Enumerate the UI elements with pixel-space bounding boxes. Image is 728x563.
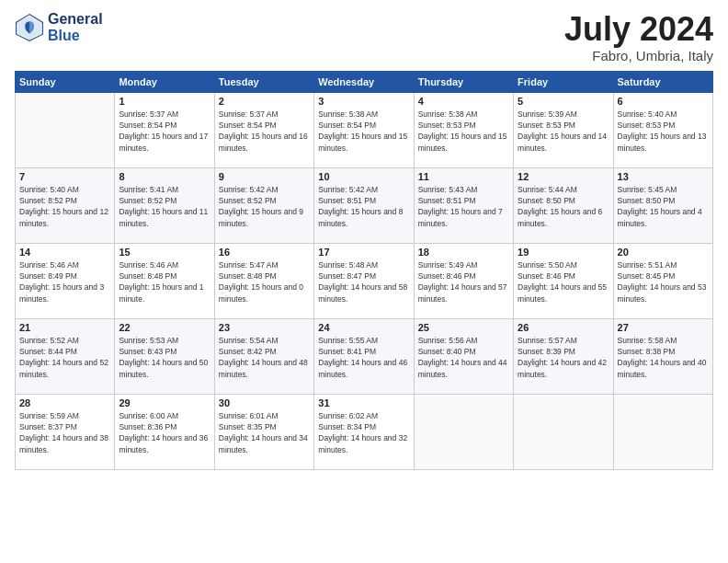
day-info: Sunrise: 5:57 AMSunset: 8:39 PMDaylight:… bbox=[518, 335, 609, 380]
day-cell: 26Sunrise: 5:57 AMSunset: 8:39 PMDayligh… bbox=[514, 318, 613, 394]
day-info: Sunrise: 5:38 AMSunset: 8:53 PMDaylight:… bbox=[418, 109, 509, 154]
day-info: Sunrise: 6:01 AMSunset: 8:35 PMDaylight:… bbox=[219, 410, 310, 455]
day-number: 13 bbox=[618, 171, 709, 182]
day-info: Sunrise: 5:59 AMSunset: 8:37 PMDaylight:… bbox=[19, 410, 110, 455]
col-sunday: Sunday bbox=[16, 71, 115, 92]
title-block: July 2024 Fabro, Umbria, Italy bbox=[564, 11, 713, 63]
day-number: 2 bbox=[219, 96, 310, 107]
col-monday: Monday bbox=[115, 71, 214, 92]
location: Fabro, Umbria, Italy bbox=[564, 48, 713, 63]
day-number: 3 bbox=[318, 96, 409, 107]
day-info: Sunrise: 5:42 AMSunset: 8:52 PMDaylight:… bbox=[219, 184, 310, 229]
day-cell: 21Sunrise: 5:52 AMSunset: 8:44 PMDayligh… bbox=[16, 318, 115, 394]
day-cell bbox=[16, 92, 115, 167]
day-number: 21 bbox=[19, 322, 110, 333]
day-info: Sunrise: 5:46 AMSunset: 8:49 PMDaylight:… bbox=[19, 259, 110, 304]
day-info: Sunrise: 5:46 AMSunset: 8:48 PMDaylight:… bbox=[119, 259, 210, 304]
day-number: 16 bbox=[219, 247, 310, 258]
day-info: Sunrise: 5:51 AMSunset: 8:45 PMDaylight:… bbox=[618, 259, 709, 304]
calendar-table: Sunday Monday Tuesday Wednesday Thursday… bbox=[15, 71, 713, 470]
day-number: 8 bbox=[119, 171, 210, 182]
day-number: 12 bbox=[518, 171, 609, 182]
logo-text: General Blue bbox=[48, 11, 103, 45]
day-cell: 6Sunrise: 5:40 AMSunset: 8:53 PMDaylight… bbox=[613, 92, 712, 167]
day-cell: 12Sunrise: 5:44 AMSunset: 8:50 PMDayligh… bbox=[514, 167, 613, 243]
day-info: Sunrise: 5:53 AMSunset: 8:43 PMDaylight:… bbox=[119, 335, 210, 380]
col-thursday: Thursday bbox=[414, 71, 513, 92]
day-number: 7 bbox=[19, 171, 110, 182]
day-info: Sunrise: 6:00 AMSunset: 8:36 PMDaylight:… bbox=[119, 410, 210, 455]
day-cell: 30Sunrise: 6:01 AMSunset: 8:35 PMDayligh… bbox=[214, 394, 313, 469]
day-info: Sunrise: 5:45 AMSunset: 8:50 PMDaylight:… bbox=[618, 184, 709, 229]
day-number: 22 bbox=[119, 322, 210, 333]
day-cell: 15Sunrise: 5:46 AMSunset: 8:48 PMDayligh… bbox=[115, 243, 214, 318]
day-cell bbox=[414, 394, 513, 469]
day-cell: 31Sunrise: 6:02 AMSunset: 8:34 PMDayligh… bbox=[314, 394, 414, 469]
day-cell: 28Sunrise: 5:59 AMSunset: 8:37 PMDayligh… bbox=[16, 394, 115, 469]
day-cell: 14Sunrise: 5:46 AMSunset: 8:49 PMDayligh… bbox=[16, 243, 115, 318]
day-info: Sunrise: 5:47 AMSunset: 8:48 PMDaylight:… bbox=[219, 259, 310, 304]
day-cell: 8Sunrise: 5:41 AMSunset: 8:52 PMDaylight… bbox=[115, 167, 214, 243]
day-number: 6 bbox=[618, 96, 709, 107]
day-cell: 9Sunrise: 5:42 AMSunset: 8:52 PMDaylight… bbox=[214, 167, 313, 243]
day-cell: 5Sunrise: 5:39 AMSunset: 8:53 PMDaylight… bbox=[514, 92, 613, 167]
col-tuesday: Tuesday bbox=[214, 71, 313, 92]
day-info: Sunrise: 5:38 AMSunset: 8:54 PMDaylight:… bbox=[318, 109, 409, 154]
day-cell: 4Sunrise: 5:38 AMSunset: 8:53 PMDaylight… bbox=[414, 92, 513, 167]
day-number: 24 bbox=[318, 322, 409, 333]
day-cell: 27Sunrise: 5:58 AMSunset: 8:38 PMDayligh… bbox=[613, 318, 712, 394]
day-cell: 2Sunrise: 5:37 AMSunset: 8:54 PMDaylight… bbox=[214, 92, 313, 167]
header-row: Sunday Monday Tuesday Wednesday Thursday… bbox=[16, 71, 713, 92]
day-number: 15 bbox=[119, 247, 210, 258]
day-info: Sunrise: 5:37 AMSunset: 8:54 PMDaylight:… bbox=[219, 109, 310, 154]
day-number: 30 bbox=[219, 397, 310, 408]
day-number: 18 bbox=[418, 247, 509, 258]
day-cell: 18Sunrise: 5:49 AMSunset: 8:46 PMDayligh… bbox=[414, 243, 513, 318]
day-cell: 17Sunrise: 5:48 AMSunset: 8:47 PMDayligh… bbox=[314, 243, 414, 318]
week-row-2: 7Sunrise: 5:40 AMSunset: 8:52 PMDaylight… bbox=[16, 167, 713, 243]
week-row-4: 21Sunrise: 5:52 AMSunset: 8:44 PMDayligh… bbox=[16, 318, 713, 394]
day-cell: 16Sunrise: 5:47 AMSunset: 8:48 PMDayligh… bbox=[214, 243, 313, 318]
day-number: 31 bbox=[318, 397, 409, 408]
day-cell: 25Sunrise: 5:56 AMSunset: 8:40 PMDayligh… bbox=[414, 318, 513, 394]
day-cell: 22Sunrise: 5:53 AMSunset: 8:43 PMDayligh… bbox=[115, 318, 214, 394]
day-info: Sunrise: 6:02 AMSunset: 8:34 PMDaylight:… bbox=[318, 410, 409, 455]
week-row-1: 1Sunrise: 5:37 AMSunset: 8:54 PMDaylight… bbox=[16, 92, 713, 167]
day-cell: 20Sunrise: 5:51 AMSunset: 8:45 PMDayligh… bbox=[613, 243, 712, 318]
day-number: 27 bbox=[618, 322, 709, 333]
day-cell: 10Sunrise: 5:42 AMSunset: 8:51 PMDayligh… bbox=[314, 167, 414, 243]
day-number: 23 bbox=[219, 322, 310, 333]
day-info: Sunrise: 5:48 AMSunset: 8:47 PMDaylight:… bbox=[318, 259, 409, 304]
day-number: 28 bbox=[19, 397, 110, 408]
day-info: Sunrise: 5:40 AMSunset: 8:52 PMDaylight:… bbox=[19, 184, 110, 229]
day-cell: 3Sunrise: 5:38 AMSunset: 8:54 PMDaylight… bbox=[314, 92, 414, 167]
col-friday: Friday bbox=[514, 71, 613, 92]
day-cell: 24Sunrise: 5:55 AMSunset: 8:41 PMDayligh… bbox=[314, 318, 414, 394]
day-info: Sunrise: 5:42 AMSunset: 8:51 PMDaylight:… bbox=[318, 184, 409, 229]
day-number: 1 bbox=[119, 96, 210, 107]
day-cell: 19Sunrise: 5:50 AMSunset: 8:46 PMDayligh… bbox=[514, 243, 613, 318]
day-number: 17 bbox=[318, 247, 409, 258]
day-info: Sunrise: 5:41 AMSunset: 8:52 PMDaylight:… bbox=[119, 184, 210, 229]
day-cell: 7Sunrise: 5:40 AMSunset: 8:52 PMDaylight… bbox=[16, 167, 115, 243]
day-info: Sunrise: 5:39 AMSunset: 8:53 PMDaylight:… bbox=[518, 109, 609, 154]
day-number: 29 bbox=[119, 397, 210, 408]
logo-icon bbox=[15, 13, 44, 42]
day-cell: 13Sunrise: 5:45 AMSunset: 8:50 PMDayligh… bbox=[613, 167, 712, 243]
header: General Blue July 2024 Fabro, Umbria, It… bbox=[15, 11, 713, 63]
day-cell: 1Sunrise: 5:37 AMSunset: 8:54 PMDaylight… bbox=[115, 92, 214, 167]
day-cell: 11Sunrise: 5:43 AMSunset: 8:51 PMDayligh… bbox=[414, 167, 513, 243]
day-number: 10 bbox=[318, 171, 409, 182]
col-saturday: Saturday bbox=[613, 71, 712, 92]
month-title: July 2024 bbox=[564, 11, 713, 48]
col-wednesday: Wednesday bbox=[314, 71, 414, 92]
day-cell bbox=[514, 394, 613, 469]
day-info: Sunrise: 5:50 AMSunset: 8:46 PMDaylight:… bbox=[518, 259, 609, 304]
day-number: 5 bbox=[518, 96, 609, 107]
day-number: 26 bbox=[518, 322, 609, 333]
day-info: Sunrise: 5:44 AMSunset: 8:50 PMDaylight:… bbox=[518, 184, 609, 229]
day-number: 9 bbox=[219, 171, 310, 182]
day-number: 14 bbox=[19, 247, 110, 258]
day-number: 19 bbox=[518, 247, 609, 258]
day-info: Sunrise: 5:37 AMSunset: 8:54 PMDaylight:… bbox=[119, 109, 210, 154]
